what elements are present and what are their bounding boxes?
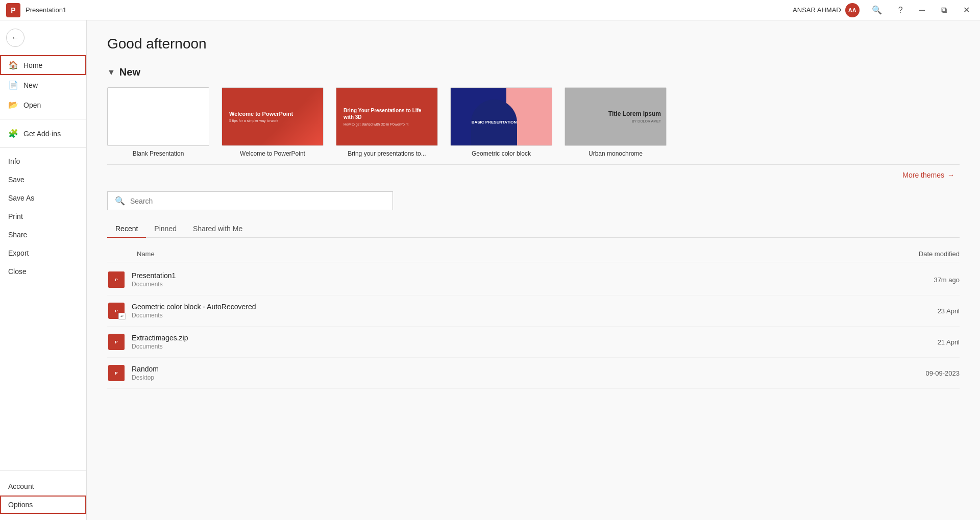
section-divider: [107, 164, 960, 165]
urban-sub: BY DOLOR AMET: [632, 119, 661, 123]
search-box[interactable]: 🔍: [107, 191, 393, 210]
file-date-geo-auto: 23 April: [868, 307, 960, 315]
sidebar-item-close[interactable]: Close: [0, 262, 86, 281]
file-info-random: Random Desktop: [132, 365, 868, 381]
geo-inner-text: BASIC PRESENTATION: [472, 120, 517, 125]
open-icon: 📂: [8, 100, 18, 110]
tab-shared[interactable]: Shared with Me: [185, 220, 251, 238]
title-bar: P Presentation1 ANSAR AHMAD AA 🔍 ? ─ ⧉ ✕: [0, 0, 980, 20]
file-name-extract: Extractimages.zip: [132, 334, 868, 342]
file-date-pres1: 37m ago: [868, 276, 960, 284]
file-location-random: Desktop: [132, 374, 868, 381]
templates-grid: Blank Presentation Welcome to PowerPoint…: [107, 87, 960, 157]
sidebar-item-options[interactable]: Options: [0, 496, 86, 514]
avatar: AA: [845, 3, 860, 17]
welcome-title: Welcome to PowerPoint: [229, 111, 316, 117]
more-themes-label: More themes: [902, 171, 944, 179]
app-body: ← 🏠 Home 📄 New 📂 Open 🧩 Get Add-ins Info…: [0, 20, 980, 520]
sidebar-item-info[interactable]: Info: [0, 152, 86, 170]
user-info[interactable]: ANSAR AHMAD AA: [793, 3, 860, 17]
app-logo: P: [6, 3, 20, 17]
sidebar-item-label: Print: [8, 212, 23, 220]
file-name-geo-auto: Geometric color block - AutoRecovered: [132, 303, 868, 311]
file-info-extract: Extractimages.zip Documents: [132, 334, 868, 350]
sidebar-item-label: Options: [8, 501, 33, 509]
template-bring3d[interactable]: Bring Your Presentations to Life with 3D…: [336, 87, 438, 157]
search-input[interactable]: [130, 197, 385, 205]
greeting: Good afternoon: [107, 36, 960, 52]
sidebar-item-save[interactable]: Save: [0, 170, 86, 189]
file-row-pres1[interactable]: P Presentation1 Documents 37m ago: [107, 264, 960, 295]
col-name-label: Name: [137, 250, 155, 258]
bring3d-title: Bring Your Presentations to Life with 3D: [344, 107, 430, 120]
back-button[interactable]: ←: [6, 29, 24, 47]
tab-pinned[interactable]: Pinned: [146, 220, 185, 238]
sidebar-item-new[interactable]: 📄 New: [0, 75, 86, 95]
template-label-welcome: Welcome to PowerPoint: [240, 150, 305, 157]
add-ins-icon: 🧩: [8, 129, 18, 138]
tabs-row: Recent Pinned Shared with Me: [107, 220, 960, 238]
file-date-random: 09-09-2023: [868, 369, 960, 377]
sidebar-item-label: Save: [8, 176, 24, 184]
file-location-pres1: Documents: [132, 281, 868, 288]
sidebar-item-label: Share: [8, 231, 27, 239]
sidebar-item-label: Home: [23, 61, 42, 69]
help-btn[interactable]: ?: [894, 4, 907, 17]
pptx-badge: P: [108, 271, 125, 288]
file-row-extract[interactable]: P Extractimages.zip Documents 21 April: [107, 327, 960, 358]
template-label-urban: Urban monochrome: [589, 150, 643, 157]
bring3d-sub: How to get started with 3D in PowerPoint: [344, 122, 430, 126]
file-location-geo-auto: Documents: [132, 312, 868, 319]
more-themes-arrow: →: [947, 171, 954, 179]
file-name: Presentation1: [26, 6, 793, 14]
new-icon: 📄: [8, 80, 18, 90]
file-icon-random: P: [107, 364, 126, 382]
file-name-random: Random: [132, 365, 868, 373]
search-icon: 🔍: [115, 196, 125, 206]
sidebar-item-get-add-ins[interactable]: 🧩 Get Add-ins: [0, 123, 86, 143]
template-blank[interactable]: Blank Presentation: [107, 87, 209, 157]
sidebar-item-label: Export: [8, 249, 29, 257]
sidebar-spacer: [0, 281, 86, 466]
template-label-geo: Geometric color block: [472, 150, 531, 157]
sidebar-divider-2: [0, 147, 86, 148]
file-row-geo-auto[interactable]: P ↩ Geometric color block - AutoRecovere…: [107, 295, 960, 327]
template-urban[interactable]: Title Lorem Ipsum BY DOLOR AMET Urban mo…: [565, 87, 667, 157]
home-icon: 🏠: [8, 60, 18, 70]
sidebar-item-print[interactable]: Print: [0, 207, 86, 226]
sidebar-item-export[interactable]: Export: [0, 244, 86, 262]
title-bar-right: ANSAR AHMAD AA 🔍 ? ─ ⧉ ✕: [793, 3, 974, 17]
file-date-extract: 21 April: [868, 338, 960, 346]
search-title-btn[interactable]: 🔍: [868, 3, 886, 17]
file-row-random[interactable]: P Random Desktop 09-09-2023: [107, 358, 960, 389]
sidebar-item-label: Close: [8, 267, 27, 276]
sidebar-item-account[interactable]: Account: [0, 477, 86, 496]
sidebar-item-label: Open: [23, 101, 41, 109]
file-info-geo-auto: Geometric color block - AutoRecovered Do…: [132, 303, 868, 319]
template-thumb-geo: BASIC PRESENTATION: [450, 87, 552, 146]
sidebar-item-open[interactable]: 📂 Open: [0, 95, 86, 115]
sidebar-item-home[interactable]: 🏠 Home: [0, 55, 86, 75]
file-icon-extract: P: [107, 333, 126, 351]
section-toggle[interactable]: ▼: [107, 68, 115, 77]
sidebar-divider-3: [0, 471, 86, 471]
more-themes-row: More themes →: [107, 171, 960, 179]
urban-title: Title Lorem Ipsum: [608, 110, 661, 117]
tab-recent[interactable]: Recent: [107, 220, 146, 238]
sidebar-item-share[interactable]: Share: [0, 226, 86, 244]
close-btn[interactable]: ✕: [959, 3, 974, 17]
user-name: ANSAR AHMAD: [793, 6, 841, 14]
sidebar-item-label: Get Add-ins: [23, 130, 61, 138]
main-content: Good afternoon ▼ New Blank Presentation …: [87, 20, 980, 520]
template-thumb-welcome: Welcome to PowerPoint 5 tips for a simpl…: [222, 87, 324, 146]
more-themes-button[interactable]: More themes →: [902, 171, 954, 179]
template-geo[interactable]: BASIC PRESENTATION Geometric color block: [450, 87, 552, 157]
sidebar-item-label: New: [23, 81, 38, 89]
file-list-header: Name Date modified: [107, 246, 960, 262]
sidebar-item-save-as[interactable]: Save As: [0, 189, 86, 207]
restore-btn[interactable]: ⧉: [937, 4, 951, 17]
section-title: New: [119, 66, 140, 78]
template-welcome[interactable]: Welcome to PowerPoint 5 tips for a simpl…: [222, 87, 324, 157]
minimize-btn[interactable]: ─: [915, 4, 929, 17]
sidebar-bottom: Account Options: [0, 475, 86, 516]
